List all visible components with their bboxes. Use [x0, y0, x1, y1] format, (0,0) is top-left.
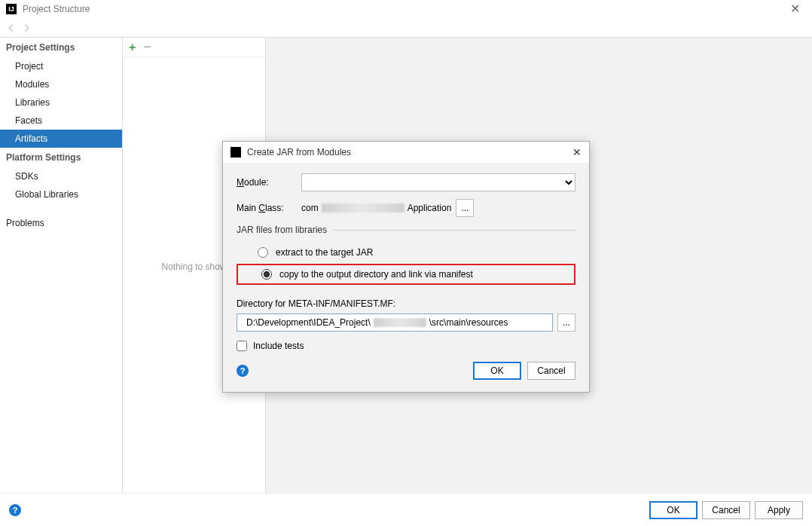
dialog-close-icon[interactable]: ✕: [572, 146, 582, 158]
dialog-help-icon[interactable]: ?: [237, 365, 249, 377]
module-select[interactable]: [301, 173, 575, 191]
dialog-ok-button[interactable]: OK: [473, 362, 521, 380]
dialog-title: Create JAR from Modules: [247, 147, 351, 157]
main-class-browse-button[interactable]: ...: [456, 199, 474, 217]
create-jar-dialog: Create JAR from Modules ✕ Module: Main C…: [222, 141, 590, 393]
main-class-prefix: com: [301, 203, 319, 213]
include-tests-checkbox[interactable]: [237, 341, 247, 351]
radio-extract-label: extract to the target JAR: [276, 247, 373, 258]
directory-browse-button[interactable]: ...: [557, 313, 575, 332]
directory-label: Directory for META-INF/MANIFEST.MF:: [237, 298, 575, 309]
dialog-cancel-button[interactable]: Cancel: [527, 362, 575, 380]
dir-suffix: \src\main\resources: [429, 317, 508, 328]
redacted: [322, 203, 404, 213]
radio-extract[interactable]: [258, 247, 268, 258]
dialog-titlebar: Create JAR from Modules ✕: [223, 142, 589, 163]
redacted: [374, 318, 426, 327]
radio-copy-label: copy to the output directory and link vi…: [279, 269, 473, 280]
jar-libraries-legend: JAR files from libraries: [237, 225, 333, 235]
dialog-app-icon: [230, 147, 241, 157]
include-tests-row[interactable]: Include tests: [237, 341, 575, 351]
radio-copy[interactable]: [261, 269, 272, 280]
directory-input[interactable]: D:\Development\IDEA_Project\ \src\main\r…: [237, 313, 553, 332]
include-tests-label: Include tests: [253, 341, 304, 351]
main-class-suffix: Application: [408, 203, 452, 213]
dialog-footer: ? OK Cancel: [237, 362, 575, 381]
radio-copy-row[interactable]: copy to the output directory and link vi…: [240, 268, 572, 281]
radio-extract-row[interactable]: extract to the target JAR: [237, 243, 575, 262]
jar-libraries-group: JAR files from libraries extract to the …: [237, 225, 575, 291]
module-label: Module:: [237, 177, 297, 188]
main-class-field[interactable]: com Application: [301, 203, 451, 213]
main-class-label: Main Class:: [237, 203, 297, 213]
modal-overlay: Create JAR from Modules ✕ Module: Main C…: [0, 0, 812, 526]
highlight-box: copy to the output directory and link vi…: [237, 264, 575, 285]
dir-prefix: D:\Development\IDEA_Project\: [246, 317, 371, 328]
